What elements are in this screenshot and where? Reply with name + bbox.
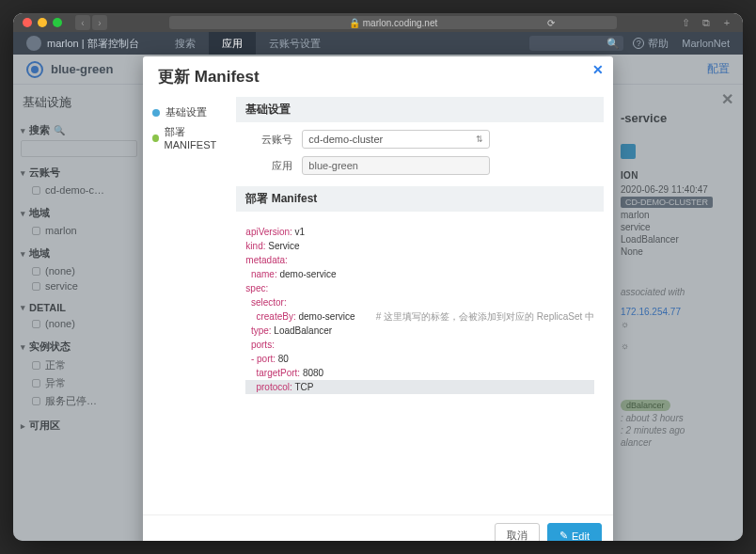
user-name[interactable]: MarlonNet: [682, 38, 730, 49]
share-icon[interactable]: ⇧: [679, 16, 692, 29]
window-close-icon[interactable]: [23, 18, 32, 27]
lock-icon: 🔒: [349, 18, 360, 28]
window-minimize-icon[interactable]: [38, 18, 47, 27]
pencil-icon: ✎: [559, 530, 568, 541]
chevron-updown-icon: ⇅: [476, 135, 483, 144]
app-title: marlon | 部署控制台: [47, 37, 139, 51]
new-tab-icon[interactable]: +: [720, 16, 733, 29]
window-maximize-icon[interactable]: [53, 18, 62, 27]
modal-title: 更新 Manifest: [143, 56, 613, 97]
tab-apps[interactable]: 应用: [209, 32, 256, 55]
url-bar[interactable]: 🔒 marlon.coding.net ⟳: [169, 16, 617, 29]
modal-overlay: ✕ 更新 Manifest 基础设置 部署 MANIFEST 基础设置 云账号 …: [13, 55, 743, 541]
app-input[interactable]: blue-green: [302, 156, 490, 175]
url-text: marlon.coding.net: [363, 18, 438, 28]
search-icon: 🔍: [606, 38, 620, 50]
account-select[interactable]: cd-demo-cluster⇅: [302, 130, 490, 149]
dot-icon: [152, 109, 160, 117]
modal-close-icon[interactable]: ✕: [592, 62, 604, 77]
app-logo-icon[interactable]: [26, 36, 41, 51]
help-label[interactable]: 帮助: [648, 37, 669, 51]
edit-button[interactable]: ✎Edit: [547, 523, 602, 541]
reload-icon[interactable]: ⟳: [547, 18, 555, 28]
modal-nav-manifest[interactable]: 部署 MANIFEST: [152, 122, 227, 153]
cancel-button[interactable]: 取消: [495, 523, 540, 541]
nav-back-icon[interactable]: ‹: [75, 15, 90, 30]
nav-forward-icon[interactable]: ›: [92, 15, 107, 30]
section-manifest: 部署 Manifest: [236, 186, 604, 212]
browser-titlebar: ‹ › 🔒 marlon.coding.net ⟳ ⇧ ⧉ +: [13, 13, 743, 32]
header-search-input[interactable]: 🔍: [529, 36, 623, 51]
help-icon[interactable]: ?: [633, 38, 644, 49]
yaml-editor[interactable]: apiVersion: v1 kind: Service metadata: n…: [236, 219, 604, 507]
app-label: 应用: [236, 159, 302, 173]
tab-cloud-settings[interactable]: 云账号设置: [256, 32, 334, 55]
modal-nav-basic[interactable]: 基础设置: [152, 103, 227, 122]
tab-search[interactable]: 搜索: [162, 32, 209, 55]
dot-icon: [152, 135, 159, 142]
tabs-icon[interactable]: ⧉: [700, 16, 713, 29]
account-label: 云账号: [236, 133, 302, 147]
app-header: marlon | 部署控制台 搜索 应用 云账号设置 🔍 ? 帮助 Marlon…: [13, 32, 743, 55]
update-manifest-modal: ✕ 更新 Manifest 基础设置 部署 MANIFEST 基础设置 云账号 …: [143, 56, 613, 541]
modal-nav: 基础设置 部署 MANIFEST: [143, 97, 236, 507]
section-basic: 基础设置: [236, 97, 604, 122]
